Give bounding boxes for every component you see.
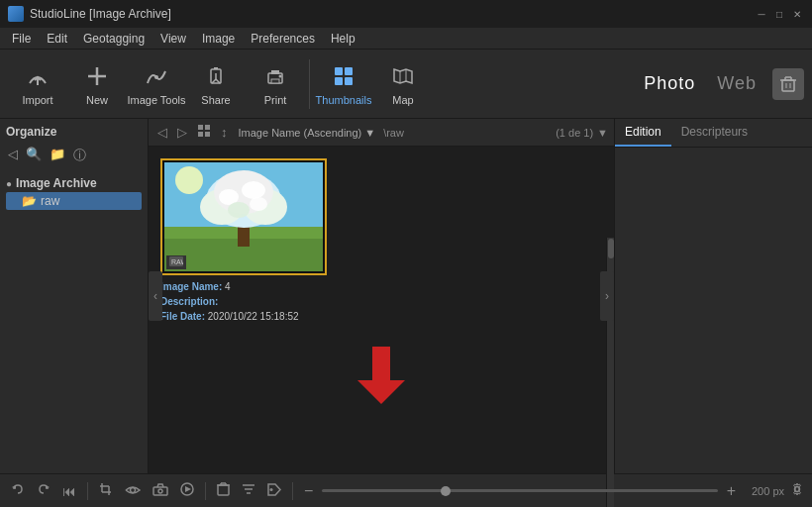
view-mode-button[interactable] bbox=[194, 122, 214, 143]
eye-button[interactable] bbox=[122, 481, 144, 501]
svg-rect-54 bbox=[218, 485, 229, 495]
menu-bar: File Edit Geotagging View Image Preferen… bbox=[0, 28, 812, 50]
sidebar-info-btn[interactable]: ⓘ bbox=[71, 145, 88, 166]
svg-point-62 bbox=[270, 488, 273, 491]
svg-point-29 bbox=[175, 166, 203, 194]
import-label: Import bbox=[22, 94, 52, 106]
zoom-label: 200 px bbox=[745, 485, 784, 497]
play-button[interactable] bbox=[177, 480, 197, 501]
path-display: \raw bbox=[383, 127, 404, 139]
svg-rect-12 bbox=[345, 77, 353, 85]
left-collapse-arrow[interactable]: ‹ bbox=[149, 271, 162, 321]
image-tools-label: Image Tools bbox=[127, 94, 185, 106]
sidebar-search-btn[interactable]: 🔍 bbox=[24, 145, 44, 166]
image-name-label: Image Name: bbox=[160, 281, 225, 292]
title-text: StudioLine [Image Archive] bbox=[30, 7, 755, 21]
thumbnail-frame: RAW bbox=[160, 158, 327, 275]
menu-preferences[interactable]: Preferences bbox=[243, 30, 323, 48]
crop-button[interactable] bbox=[96, 480, 116, 501]
forward-nav-button[interactable]: ▷ bbox=[174, 123, 190, 142]
zoom-slider-track[interactable] bbox=[322, 489, 717, 492]
settings-gear-button[interactable] bbox=[790, 482, 804, 499]
tab-edition[interactable]: Edition bbox=[615, 119, 671, 147]
redo-button[interactable] bbox=[34, 480, 53, 501]
new-button[interactable]: New bbox=[67, 54, 127, 114]
tree-item-raw[interactable]: 📂 raw bbox=[6, 192, 142, 210]
image-tools-button[interactable]: Image Tools bbox=[127, 54, 186, 114]
svg-rect-15 bbox=[782, 80, 794, 91]
menu-file[interactable]: File bbox=[4, 30, 39, 48]
menu-geotagging[interactable]: Geotagging bbox=[75, 30, 152, 48]
undo-button[interactable] bbox=[8, 480, 28, 501]
zoom-out-button[interactable]: − bbox=[301, 480, 316, 502]
zoom-in-button[interactable]: + bbox=[724, 480, 739, 502]
maximize-button[interactable]: □ bbox=[772, 7, 786, 21]
svg-point-37 bbox=[228, 202, 250, 218]
menu-view[interactable]: View bbox=[152, 30, 194, 48]
content-toolbar: ◁ ▷ ↕ Image Name (Ascending) ▼ \raw (1 d… bbox=[149, 119, 614, 147]
sort-label: Image Name (Ascending) bbox=[239, 127, 362, 139]
print-button[interactable]: Print bbox=[246, 54, 305, 114]
photo-view-tab[interactable]: Photo bbox=[638, 69, 701, 98]
svg-point-38 bbox=[250, 197, 267, 211]
share-label: Share bbox=[201, 94, 230, 106]
svg-point-2 bbox=[154, 75, 158, 79]
filter-button[interactable] bbox=[239, 481, 258, 501]
toolbar-right: Photo Web bbox=[638, 68, 804, 100]
sidebar: Organize ◁ 🔍 📁 ⓘ ● Image Archive 📂 raw bbox=[0, 119, 149, 473]
share-button[interactable]: Share bbox=[186, 54, 246, 114]
svg-rect-50 bbox=[153, 487, 167, 495]
sort-arrow-button[interactable]: ↕ bbox=[218, 123, 231, 142]
sidebar-back-btn[interactable]: ◁ bbox=[6, 145, 20, 166]
content-area: ◁ ▷ ↕ Image Name (Ascending) ▼ \raw (1 d… bbox=[149, 119, 614, 473]
archive-label: Image Archive bbox=[16, 176, 97, 190]
close-button[interactable]: ✕ bbox=[790, 7, 804, 21]
svg-point-8 bbox=[279, 74, 282, 77]
web-view-tab[interactable]: Web bbox=[711, 69, 762, 98]
raw-folder-label: raw bbox=[41, 194, 59, 208]
down-arrow-svg bbox=[355, 345, 407, 406]
svg-rect-25 bbox=[205, 132, 210, 137]
menu-image[interactable]: Image bbox=[194, 30, 243, 48]
sidebar-folder-btn[interactable]: 📁 bbox=[48, 145, 67, 166]
zoom-slider-area bbox=[322, 489, 717, 492]
svg-point-36 bbox=[242, 181, 265, 199]
tree-item-archive[interactable]: ● Image Archive bbox=[6, 174, 142, 192]
separator-3 bbox=[292, 482, 293, 500]
thumbnails-label: Thumbnails bbox=[316, 94, 372, 106]
bottom-bar: ⏮ bbox=[0, 473, 812, 507]
page-info: (1 de 1) bbox=[556, 127, 593, 139]
tree-svg bbox=[164, 162, 323, 271]
main-layout: Organize ◁ 🔍 📁 ⓘ ● Image Archive 📂 raw ‹… bbox=[0, 119, 812, 473]
image-name-value: 4 bbox=[225, 281, 231, 292]
thumbnails-button[interactable]: Thumbnails bbox=[314, 54, 373, 114]
import-icon bbox=[24, 62, 51, 90]
sort-indicator[interactable]: Image Name (Ascending) ▼ bbox=[235, 125, 380, 141]
svg-rect-22 bbox=[198, 125, 203, 130]
skip-start-button[interactable]: ⏮ bbox=[59, 481, 79, 501]
thumbnails-icon bbox=[330, 62, 357, 90]
back-nav-button[interactable]: ◁ bbox=[154, 123, 170, 142]
trash-button[interactable] bbox=[772, 68, 804, 100]
menu-edit[interactable]: Edit bbox=[39, 30, 75, 48]
page-dropdown-icon[interactable]: ▼ bbox=[597, 127, 608, 139]
sort-chevron-icon: ▼ bbox=[364, 127, 375, 139]
right-collapse-arrow[interactable]: › bbox=[600, 271, 614, 321]
tab-descripteurs[interactable]: Descripteurs bbox=[671, 119, 758, 147]
separator-2 bbox=[205, 482, 206, 500]
new-icon bbox=[83, 62, 111, 90]
print-icon bbox=[261, 62, 289, 90]
svg-rect-7 bbox=[271, 79, 279, 83]
toolbar: Import New Image Tools bbox=[0, 50, 812, 119]
delete-button[interactable] bbox=[214, 480, 233, 501]
thumbnail-item[interactable]: RAW Image Name: 4 Description: File Date… bbox=[160, 158, 327, 324]
menu-help[interactable]: Help bbox=[323, 30, 363, 48]
camera-button[interactable] bbox=[150, 481, 171, 501]
app-icon bbox=[8, 6, 24, 22]
import-button[interactable]: Import bbox=[8, 54, 67, 114]
zoom-slider-thumb[interactable] bbox=[441, 486, 451, 496]
minimize-button[interactable]: ─ bbox=[755, 7, 768, 21]
map-button[interactable]: Map bbox=[373, 54, 433, 114]
tag-button[interactable] bbox=[264, 481, 284, 501]
right-panel-content bbox=[615, 148, 812, 473]
